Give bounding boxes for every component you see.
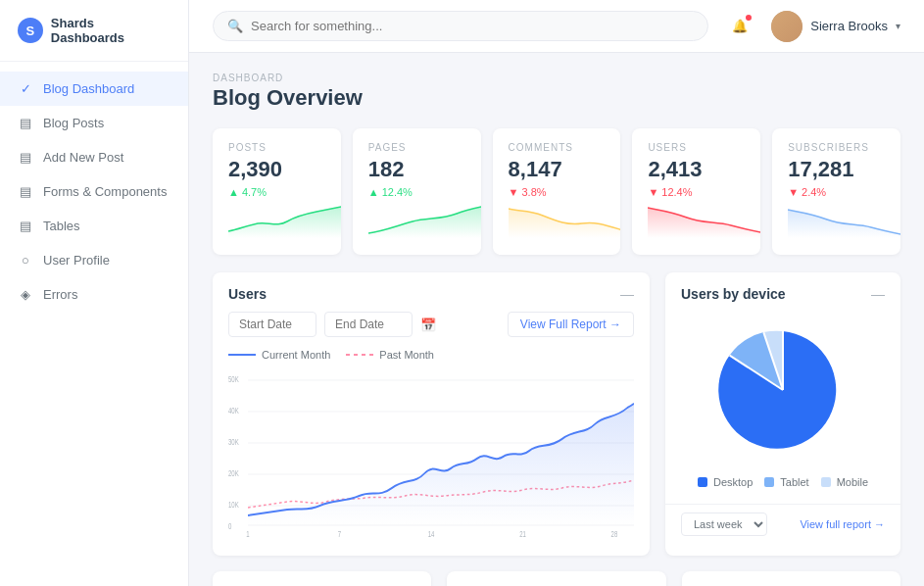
users-chart-card: Users — 📅 View Full Report → Current Mon… bbox=[213, 272, 650, 556]
stat-value: 8,147 bbox=[509, 157, 606, 182]
sidebar-item-label: Blog Posts bbox=[43, 116, 104, 130]
view-report-button[interactable]: View Full Report → bbox=[508, 312, 634, 337]
legend-current: Current Month bbox=[228, 349, 330, 361]
svg-text:0: 0 bbox=[228, 521, 231, 532]
avatar bbox=[771, 11, 802, 42]
device-chart-more[interactable]: — bbox=[871, 286, 885, 302]
mobile-dot bbox=[821, 477, 831, 487]
charts-row: Users — 📅 View Full Report → Current Mon… bbox=[213, 272, 900, 556]
logo-icon: S bbox=[18, 18, 43, 43]
sidebar-item-blog-dashboard[interactable]: ✓ Blog Dashboard bbox=[0, 72, 188, 106]
time-period-select[interactable]: Last week bbox=[681, 513, 767, 536]
app-name: Shards Dashboards bbox=[51, 16, 170, 45]
svg-text:28: 28 bbox=[611, 529, 618, 537]
sidebar-logo: S Shards Dashboards bbox=[0, 0, 188, 62]
tables-icon: ▤ bbox=[18, 219, 33, 233]
users-chart-more[interactable]: — bbox=[620, 286, 634, 302]
stat-change: ▲ 4.7% bbox=[228, 186, 325, 198]
search-box[interactable]: 🔍 bbox=[213, 11, 708, 41]
stats-row: POSTS 2,390 ▲ 4.7% PAGES 182 ▲ 12.4% bbox=[213, 128, 900, 255]
sidebar-item-label: Errors bbox=[43, 287, 77, 302]
arrow-down-icon: ▼ bbox=[648, 186, 658, 198]
arrow-up-icon: ▲ bbox=[228, 186, 239, 198]
chart-legend: Current Month Past Month bbox=[213, 343, 650, 370]
svg-text:50K: 50K bbox=[228, 374, 239, 385]
mobile-label: Mobile bbox=[837, 476, 868, 488]
svg-text:30K: 30K bbox=[228, 437, 239, 448]
stat-change: ▼ 12.4% bbox=[648, 186, 745, 198]
full-report-link[interactable]: View full report → bbox=[800, 518, 885, 530]
svg-text:1: 1 bbox=[246, 529, 249, 537]
check-icon: ✓ bbox=[18, 81, 33, 96]
sidebar-item-errors[interactable]: ◈ Errors bbox=[0, 277, 188, 312]
sidebar-item-forms-components[interactable]: ▤ Forms & Components bbox=[0, 174, 188, 209]
tablet-label: Tablet bbox=[780, 476, 808, 488]
arrow-down-icon: ▼ bbox=[788, 186, 799, 198]
device-chart-card: Users by device — bbox=[665, 272, 900, 556]
tablet-dot bbox=[764, 477, 774, 487]
device-chart-footer: Last week View full report → bbox=[665, 504, 900, 544]
stat-change-value: 12.4% bbox=[382, 186, 413, 198]
sparkline-pages bbox=[368, 204, 481, 238]
caret-down-icon: ▾ bbox=[896, 21, 900, 31]
sidebar-item-label: Blog Dashboard bbox=[43, 81, 134, 96]
current-month-line bbox=[228, 354, 256, 356]
legend-past: Past Month bbox=[346, 349, 434, 361]
sparkline-users bbox=[648, 204, 760, 238]
start-date-input[interactable] bbox=[228, 312, 316, 337]
forms-icon: ▤ bbox=[18, 184, 33, 199]
header-right: 🔔 Sierra Brooks ▾ bbox=[724, 11, 900, 42]
stat-card-pages: PAGES 182 ▲ 12.4% bbox=[353, 128, 481, 255]
past-month-label: Past Month bbox=[379, 349, 434, 361]
main-chart-area: 50K 40K 30K 20K 10K 0 bbox=[213, 370, 650, 556]
sidebar-item-blog-posts[interactable]: ▤ Blog Posts bbox=[0, 106, 188, 140]
sidebar-item-add-new-post[interactable]: ▤ Add New Post bbox=[0, 140, 188, 174]
stat-card-posts: POSTS 2,390 ▲ 4.7% bbox=[213, 128, 341, 255]
user-menu[interactable]: Sierra Brooks ▾ bbox=[771, 11, 900, 42]
sidebar-item-tables[interactable]: ▤ Tables bbox=[0, 209, 188, 243]
stat-label: POSTS bbox=[228, 142, 325, 153]
legend-mobile: Mobile bbox=[821, 476, 868, 488]
svg-text:21: 21 bbox=[519, 529, 526, 537]
stat-card-subscribers: SUBSCRIBERS 17,281 ▼ 2.4% bbox=[772, 128, 900, 255]
stat-label: USERS bbox=[648, 142, 745, 153]
search-icon: 🔍 bbox=[227, 19, 243, 33]
sparkline-subscribers bbox=[788, 204, 900, 238]
stat-label: COMMENTS bbox=[509, 142, 606, 153]
stat-label: SUBSCRIBERS bbox=[788, 142, 885, 153]
notifications-button[interactable]: 🔔 bbox=[724, 11, 755, 42]
stat-card-comments: COMMENTS 8,147 ▼ 3.8% bbox=[493, 128, 621, 255]
users-chart-title: Users bbox=[228, 286, 267, 302]
sparkline-posts bbox=[228, 204, 341, 238]
avatar-image bbox=[771, 11, 802, 42]
pie-chart bbox=[714, 321, 851, 459]
users-line-chart: 50K 40K 30K 20K 10K 0 bbox=[228, 370, 634, 537]
new-draft-header: New Draft — bbox=[213, 571, 431, 586]
posts-icon: ▤ bbox=[18, 116, 33, 130]
sparkline-comments bbox=[509, 204, 621, 238]
sidebar: S Shards Dashboards ✓ Blog Dashboard ▤ B… bbox=[0, 0, 189, 586]
arrow-up-icon: ▲ bbox=[368, 186, 379, 198]
stat-change-value: 2.4% bbox=[802, 186, 826, 198]
bottom-row: New Draft — Discussions — James bbox=[213, 571, 900, 586]
arrow-down-icon: ▼ bbox=[509, 186, 519, 198]
stat-value: 182 bbox=[368, 157, 465, 182]
breadcrumb: DASHBOARD bbox=[213, 73, 900, 83]
sidebar-item-user-profile[interactable]: ○ User Profile bbox=[0, 243, 188, 277]
user-icon: ○ bbox=[18, 253, 33, 268]
pie-svg bbox=[714, 321, 851, 459]
svg-text:40K: 40K bbox=[228, 406, 239, 416]
end-date-input[interactable] bbox=[324, 312, 413, 337]
device-legend: Desktop Tablet Mobile bbox=[698, 476, 868, 488]
stat-change-value: 12.4% bbox=[661, 186, 692, 198]
current-month-label: Current Month bbox=[262, 349, 330, 361]
search-input[interactable] bbox=[251, 19, 694, 33]
past-month-line bbox=[346, 354, 373, 356]
sidebar-item-label: Forms & Components bbox=[43, 184, 167, 199]
main-area: 🔍 🔔 Sierra Brooks ▾ DASHBOARD Blog Overv… bbox=[189, 0, 924, 586]
calendar-icon[interactable]: 📅 bbox=[420, 317, 436, 332]
svg-text:7: 7 bbox=[338, 529, 341, 537]
stat-value: 17,281 bbox=[788, 157, 885, 182]
stat-change-value: 4.7% bbox=[242, 186, 267, 198]
device-chart-content: Desktop Tablet Mobile bbox=[665, 302, 900, 504]
